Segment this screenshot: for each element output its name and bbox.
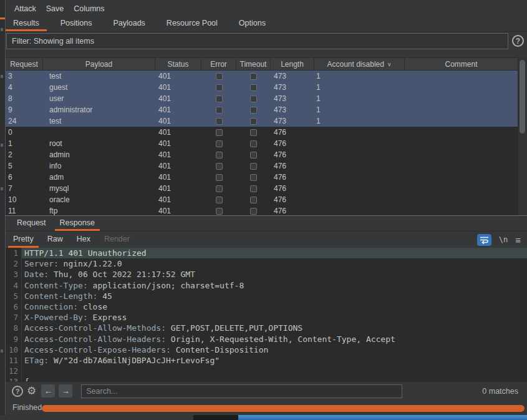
newline-chars-icon[interactable]: \n (499, 235, 508, 244)
header-name: Server: (24, 259, 59, 268)
table-row[interactable]: 0401476 (6, 127, 518, 138)
wrap-lines-icon[interactable] (477, 234, 491, 246)
length-cell: 476 (271, 172, 314, 183)
filter-bar[interactable]: Filter: Showing all items (6, 33, 508, 49)
timeout-checkbox[interactable] (250, 185, 257, 192)
comment-cell (405, 183, 518, 194)
search-help-icon[interactable]: ? (12, 386, 23, 397)
column-header-payload[interactable]: Payload (43, 58, 155, 70)
tab-results[interactable]: Results (6, 17, 47, 31)
menu-attack[interactable]: Attack (9, 2, 41, 16)
table-row[interactable]: 5info401476 (6, 160, 518, 172)
timeout-checkbox[interactable] (250, 95, 257, 102)
tab-resource-pool[interactable]: Resource Pool (159, 17, 225, 31)
timeout-checkbox[interactable] (250, 107, 257, 114)
timeout-checkbox[interactable] (250, 84, 257, 91)
error-checkbox[interactable] (216, 107, 223, 114)
timeout-checkbox[interactable] (250, 140, 257, 147)
screen: Attack Save Columns Results Positions Pa… (0, 0, 527, 420)
timeout-checkbox[interactable] (250, 129, 257, 136)
column-header-account-disabled[interactable]: Account disabled∨ (314, 58, 405, 70)
tab-payloads[interactable]: Payloads (105, 17, 152, 31)
timeout-checkbox[interactable] (250, 208, 257, 215)
comment-cell (405, 115, 518, 127)
tab-options[interactable]: Options (231, 17, 273, 31)
tab-hex[interactable]: Hex (72, 232, 95, 248)
timeout-checkbox[interactable] (250, 118, 257, 125)
table-row[interactable]: 10oracle401476 (6, 194, 518, 205)
search-next-button[interactable]: → (59, 384, 72, 398)
length-cell: 473 (271, 71, 314, 82)
column-header-status[interactable]: Status (155, 58, 201, 70)
editor-menu-icon[interactable]: ≡ (515, 235, 521, 245)
search-settings-gear-icon[interactable]: ⚙ (27, 384, 36, 398)
status-cell: 401 (155, 82, 201, 93)
request-cell: 5 (6, 160, 43, 172)
payload-cell: ftp (43, 205, 155, 215)
tab-request[interactable]: Request (12, 216, 51, 231)
background-window-bottom-edge (0, 415, 527, 420)
line-number: 12 (6, 366, 22, 376)
table-row[interactable]: 3test4014731 (6, 71, 518, 82)
header-value: { (24, 377, 29, 381)
table-row[interactable]: 24test4014731 (6, 115, 518, 127)
error-checkbox[interactable] (216, 84, 223, 91)
tab-raw[interactable]: Raw (42, 232, 68, 248)
table-row[interactable]: 1root401476 (6, 138, 518, 149)
table-row[interactable]: 11ftp401476 (6, 205, 518, 215)
intruder-attack-window: Attack Save Columns Results Positions Pa… (5, 0, 527, 415)
error-checkbox[interactable] (216, 95, 223, 102)
column-header-error[interactable]: Error (201, 58, 236, 70)
column-header-request[interactable]: Request (6, 58, 43, 70)
error-checkbox[interactable] (216, 174, 223, 181)
error-checkbox[interactable] (216, 129, 223, 136)
status-cell: 401 (155, 71, 201, 82)
table-row[interactable]: 8user4014731 (6, 93, 518, 104)
response-editor[interactable]: 1HTTP/1.1 401 Unauthorized2Server: nginx… (6, 248, 527, 381)
comment-cell (405, 82, 518, 93)
tab-response[interactable]: Response (55, 216, 100, 231)
error-checkbox[interactable] (216, 185, 223, 192)
error-checkbox[interactable] (216, 118, 223, 125)
timeout-checkbox[interactable] (250, 174, 257, 181)
search-input[interactable] (81, 384, 402, 398)
column-header-timeout[interactable]: Timeout (236, 58, 271, 70)
message-tabbar: Request Response (6, 215, 527, 232)
error-checkbox[interactable] (216, 208, 223, 215)
column-header-comment[interactable]: Comment (405, 58, 518, 70)
response-line: 4Content-Type: application/json; charset… (6, 280, 527, 291)
table-row[interactable]: 2admin401476 (6, 149, 518, 160)
status-bar: Finished (6, 400, 527, 415)
timeout-checkbox[interactable] (250, 197, 257, 203)
account-disabled-cell: 1 (314, 93, 405, 104)
filter-help-icon[interactable]: ? (512, 35, 524, 47)
error-checkbox[interactable] (216, 140, 223, 147)
line-number: 11 (6, 355, 22, 366)
results-scrollbar[interactable] (518, 57, 527, 215)
error-checkbox[interactable] (216, 163, 223, 170)
error-checkbox[interactable] (216, 197, 223, 203)
timeout-checkbox[interactable] (250, 163, 257, 170)
column-header-length[interactable]: Length (271, 58, 314, 70)
table-row[interactable]: 9administrator4014731 (6, 104, 518, 115)
timeout-checkbox[interactable] (250, 152, 257, 159)
request-cell: 2 (6, 149, 43, 160)
comment-cell (405, 194, 518, 205)
table-row[interactable]: 6adm401476 (6, 172, 518, 183)
results-table-body: 3test40147314guest40147318user40147319ad… (6, 71, 518, 215)
menu-columns[interactable]: Columns (69, 2, 109, 16)
error-checkbox[interactable] (216, 73, 223, 80)
tab-pretty[interactable]: Pretty (8, 232, 39, 248)
timeout-checkbox[interactable] (250, 73, 257, 80)
table-row[interactable]: 7mysql401476 (6, 183, 518, 194)
table-row[interactable]: 4guest4014731 (6, 82, 518, 93)
payload-cell: oracle (43, 194, 155, 205)
response-line: 10Access-Control-Expose-Headers: Content… (6, 344, 527, 355)
line-number: 3 (6, 269, 22, 280)
tab-positions[interactable]: Positions (53, 17, 100, 31)
account-disabled-cell (314, 160, 405, 172)
results-scrollbar-thumb[interactable] (520, 60, 525, 134)
menu-save[interactable]: Save (41, 2, 69, 16)
search-prev-button[interactable]: ← (41, 384, 55, 398)
error-checkbox[interactable] (216, 152, 223, 159)
